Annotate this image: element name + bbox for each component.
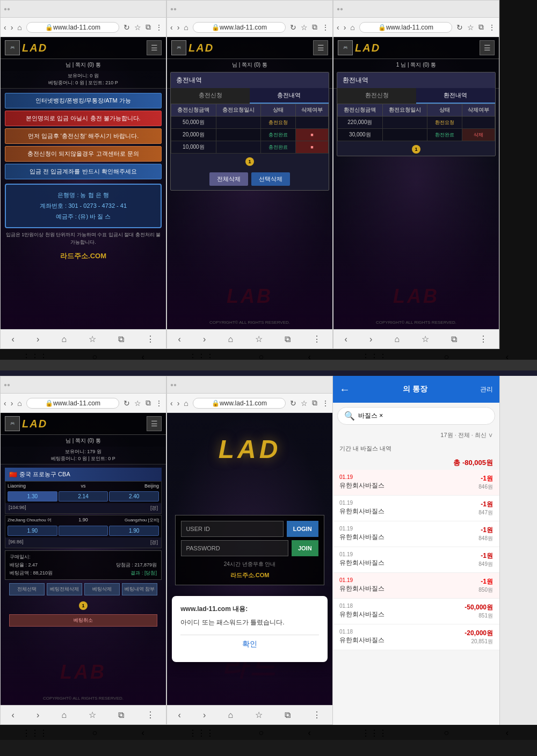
forward-arrow-2[interactable]: › <box>177 23 180 32</box>
charge-btn-3[interactable]: 충전신청이 되지않을경우 고객센터로 문의 <box>5 146 162 162</box>
nav-more-b-5[interactable]: ⋮ <box>313 710 321 720</box>
star-1[interactable]: ☆ <box>134 23 141 32</box>
tabs-2[interactable]: ⧉ <box>312 23 317 32</box>
odd1-1-4[interactable]: 1.30 <box>8 491 57 501</box>
more-4[interactable]: ⋮ <box>155 399 163 408</box>
bet-btn1-4[interactable]: 전체선택 <box>9 583 45 595</box>
nav-back-4[interactable]: ‹ <box>12 710 14 720</box>
del-checkbox-1[interactable]: ■ <box>296 129 329 141</box>
nav-star-b-4[interactable]: ☆ <box>89 710 96 720</box>
forward-arrow-4[interactable]: › <box>11 399 13 408</box>
bet-btn2-4[interactable]: 베팅전체삭제 <box>47 583 82 595</box>
refresh-2[interactable]: ↻ <box>290 23 296 32</box>
nav-tabs-b-2[interactable]: ⧉ <box>285 335 291 344</box>
android-menu-2a[interactable]: ⋮⋮⋮ <box>22 728 48 738</box>
tabs-5[interactable]: ⧉ <box>312 398 317 408</box>
refresh-5[interactable]: ↻ <box>290 399 296 408</box>
refresh-4[interactable]: ↻ <box>124 399 130 408</box>
home-1[interactable]: ⌂ <box>17 23 21 32</box>
back-arrow-5[interactable]: ‹ <box>170 399 173 408</box>
url-bar-5[interactable]: 🔒 www.lad-11.com <box>193 398 286 409</box>
odd-d-1-4[interactable]: 2.14 <box>59 491 108 501</box>
password-field-5[interactable]: PASSWORD <box>181 540 288 556</box>
android-circle-2c[interactable]: ○ <box>444 728 449 738</box>
tabs-3[interactable]: ⧉ <box>478 23 484 32</box>
nav-fwd-3[interactable]: › <box>369 335 372 344</box>
nav-star-b-2[interactable]: ☆ <box>255 334 263 344</box>
tabs-1[interactable]: ⧉ <box>146 23 151 32</box>
url-bar-4[interactable]: 🔒 www.lad-11.com <box>26 398 119 409</box>
bank-search-input-6[interactable] <box>358 412 488 420</box>
star-4[interactable]: ☆ <box>134 399 141 408</box>
star-3[interactable]: ☆ <box>467 23 474 32</box>
back-arrow-4[interactable]: ‹ <box>4 399 6 408</box>
nav-back-5[interactable]: ‹ <box>178 710 181 720</box>
withdraw-tab2-3[interactable]: 환전내역 <box>416 88 495 104</box>
bank-back-arrow-6[interactable]: ← <box>339 383 350 396</box>
charge-btn-2[interactable]: 먼저 입금후 '충전신청' 해주시기 바랍니다. <box>5 128 162 144</box>
nav-home-b-2[interactable]: ⌂ <box>228 335 233 344</box>
nav-home-b-5[interactable]: ⌂ <box>228 710 233 720</box>
nav-more-b-4[interactable]: ⋮ <box>146 710 155 720</box>
android-back-2b[interactable]: ‹ <box>308 728 310 738</box>
nav-tabs-b-1[interactable]: ⧉ <box>118 335 124 344</box>
nav-back-3[interactable]: ‹ <box>345 335 347 344</box>
nav-tabs-b-3[interactable]: ⧉ <box>451 335 457 344</box>
charge-btn-4[interactable]: 입금 전 입금계좌를 반드시 확인해주세요 <box>5 164 162 179</box>
android-circle-2b[interactable]: ○ <box>258 728 264 738</box>
url-bar-1[interactable]: 🔒 www.lad-11.com <box>26 22 119 33</box>
lad-menu-btn-1[interactable]: ☰ <box>147 40 162 55</box>
join-btn-5[interactable]: JOIN <box>292 540 318 556</box>
tabs-4[interactable]: ⧉ <box>146 398 151 408</box>
refresh-1[interactable]: ↻ <box>124 23 130 32</box>
odd2-1-4[interactable]: 2.40 <box>109 491 159 501</box>
android-back-2c[interactable]: ‹ <box>506 728 509 738</box>
nav-home-b-4[interactable]: ⌂ <box>61 710 67 720</box>
home-5[interactable]: ⌂ <box>184 399 188 408</box>
nav-tabs-b-4[interactable]: ⧉ <box>118 710 124 720</box>
forward-arrow-5[interactable]: › <box>177 399 180 408</box>
refresh-3[interactable]: ↻ <box>456 23 463 32</box>
back-arrow-3[interactable]: ‹ <box>337 23 339 32</box>
nav-star-b-1[interactable]: ☆ <box>89 334 96 344</box>
del-checkbox-2[interactable]: ■ <box>296 141 329 154</box>
android-circle-2a[interactable]: ○ <box>92 728 97 738</box>
forward-arrow-3[interactable]: › <box>344 23 346 32</box>
url-bar-2[interactable]: 🔒 www.lad-11.com <box>193 22 286 33</box>
bank-search-6[interactable]: 🔍 <box>337 407 495 425</box>
nav-home-b-3[interactable]: ⌂ <box>394 335 400 344</box>
home-3[interactable]: ⌂ <box>350 23 354 32</box>
url-bar-3[interactable]: 🔒 www.lad-11.com <box>359 22 452 33</box>
bet-cancel-btn-4[interactable]: 베팅취소 <box>9 614 157 627</box>
nav-more-b-2[interactable]: ⋮ <box>313 334 321 344</box>
nav-fwd-1[interactable]: › <box>37 335 39 344</box>
back-arrow-2[interactable]: ‹ <box>170 23 173 32</box>
odd-d-2-4[interactable] <box>59 526 108 536</box>
more-1[interactable]: ⋮ <box>155 23 163 32</box>
w-del-btn-1[interactable]: 삭제 <box>462 129 495 141</box>
charge-tab2-2[interactable]: 충전내역 <box>250 88 329 104</box>
android-back-2a[interactable]: ‹ <box>141 728 144 738</box>
odd2-2-4[interactable]: 1.90 <box>109 526 159 536</box>
nav-fwd-5[interactable]: › <box>203 710 206 720</box>
lad-menu-btn-2[interactable]: ☰ <box>313 40 328 55</box>
nav-fwd-2[interactable]: › <box>203 335 206 344</box>
charge-btn-1[interactable]: 본인명의로 입금 아닐시 충전 불가능합니다. <box>5 111 162 126</box>
odd1-2-4[interactable]: 1.90 <box>8 526 57 536</box>
more-3[interactable]: ⋮ <box>488 23 496 32</box>
android-menu-2c[interactable]: ⋮⋮⋮ <box>361 728 387 738</box>
nav-back-2[interactable]: ‹ <box>178 335 181 344</box>
nav-more-b-3[interactable]: ⋮ <box>479 334 488 344</box>
sel-delete-btn-2[interactable]: 선택삭제 <box>251 172 290 186</box>
bet-btn4-4[interactable]: 베팅내역 참부 <box>122 583 157 595</box>
charge-tab1-2[interactable]: 충전신청 <box>171 88 250 104</box>
bank-manage-6[interactable]: 관리 <box>480 385 493 394</box>
all-delete-btn-2[interactable]: 전체삭제 <box>209 172 248 186</box>
bet-btn3-4[interactable]: 베팅삭제 <box>84 583 120 595</box>
more-5[interactable]: ⋮ <box>322 399 329 408</box>
back-arrow-1[interactable]: ‹ <box>4 23 6 32</box>
forward-arrow-1[interactable]: › <box>11 23 13 32</box>
userid-field-5[interactable]: USER ID <box>181 521 283 537</box>
nav-star-b-3[interactable]: ☆ <box>422 334 429 344</box>
filter-text-6[interactable]: 17원 · 전체 · 최신 ∨ <box>440 431 493 439</box>
